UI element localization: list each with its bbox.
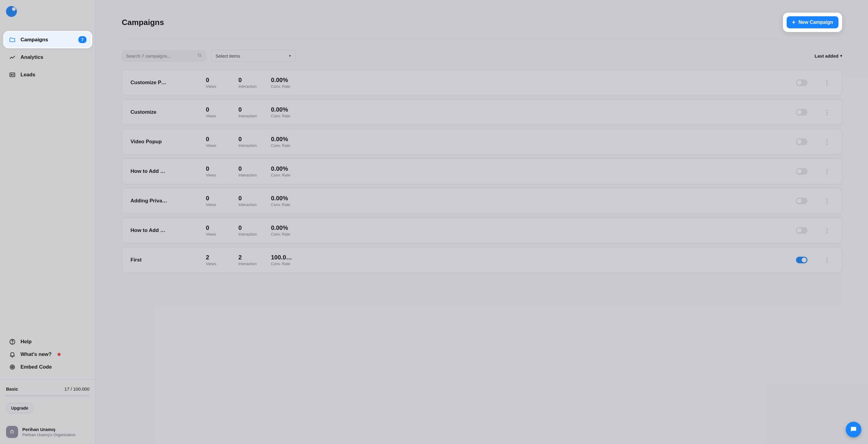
campaigns-count-badge: 7 [79, 36, 87, 43]
conv-label: Conv. Rate [271, 202, 322, 207]
views-label: Views [206, 84, 239, 89]
status-toggle[interactable] [796, 139, 807, 145]
sidebar: Campaigns 7 Analytics Leads [0, 0, 96, 444]
logo[interactable] [0, 0, 96, 32]
conv-value: 0.00% [271, 77, 322, 84]
user-name: Perihan Uramış [22, 427, 76, 432]
plan-name: Basic [6, 386, 18, 391]
user-section[interactable]: Perihan Uramış Perihan Uramış's Organiza… [0, 420, 96, 444]
select-items-dropdown[interactable]: Select items ▾ [211, 50, 296, 62]
sidebar-item-label: Campaigns [21, 37, 48, 43]
status-toggle[interactable] [796, 257, 807, 263]
views-value: 2 [206, 254, 239, 261]
more-menu-button[interactable]: ⋮ [823, 197, 831, 205]
more-menu-button[interactable]: ⋮ [823, 256, 831, 264]
sidebar-item-label: Analytics [21, 54, 43, 60]
conv-value: 0.00% [271, 165, 322, 172]
analytics-icon [9, 54, 16, 61]
interaction-value: 0 [239, 136, 271, 143]
sidebar-item-leads[interactable]: Leads [4, 67, 91, 82]
views-label: Views [206, 143, 239, 148]
status-toggle[interactable] [796, 198, 807, 204]
campaign-row[interactable]: Video Popup 0 Views 0 Interaction 0.00% … [122, 129, 842, 155]
views-value: 0 [206, 136, 239, 143]
search-input[interactable] [126, 53, 194, 59]
more-menu-button[interactable]: ⋮ [823, 138, 831, 146]
campaign-name: How to Add … [130, 168, 206, 174]
campaign-list: Customize P… 0 Views 0 Interaction 0.00%… [122, 70, 842, 273]
interaction-label: Interaction [239, 114, 271, 118]
chevron-down-icon: ▾ [289, 54, 291, 58]
target-icon [9, 364, 16, 371]
sidebar-secondary-nav: Help What's new? Embed Code [0, 335, 96, 380]
views-value: 0 [206, 77, 239, 84]
conv-value: 100.0… [271, 254, 322, 261]
campaign-row[interactable]: How to Add … 0 Views 0 Interaction 0.00%… [122, 158, 842, 184]
status-toggle[interactable] [796, 227, 807, 234]
views-label: Views [206, 173, 239, 177]
interaction-value: 0 [239, 195, 271, 202]
help-link[interactable]: Help [4, 335, 91, 348]
page-title: Campaigns [122, 18, 164, 27]
views-value: 0 [206, 165, 239, 172]
views-value: 0 [206, 106, 239, 113]
sidebar-item-analytics[interactable]: Analytics [4, 50, 91, 65]
folder-icon [9, 36, 16, 43]
campaign-row[interactable]: How to Add … 0 Views 0 Interaction 0.00%… [122, 217, 842, 243]
campaign-name: Customize P… [130, 80, 206, 86]
link-label: Embed Code [21, 364, 52, 370]
status-toggle[interactable] [796, 79, 807, 86]
interaction-label: Interaction [239, 202, 271, 207]
chat-fab[interactable] [846, 422, 861, 437]
search-box[interactable] [122, 50, 206, 62]
new-campaign-button[interactable]: + New Campaign [786, 16, 838, 28]
conv-label: Conv. Rate [271, 114, 322, 118]
bell-icon [9, 351, 16, 358]
status-toggle[interactable] [796, 109, 807, 116]
conv-label: Conv. Rate [271, 262, 322, 266]
campaign-name: Adding Priva… [130, 198, 206, 204]
more-menu-button[interactable]: ⋮ [823, 226, 831, 235]
interaction-value: 0 [239, 225, 271, 231]
svg-point-6 [12, 367, 13, 367]
more-menu-button[interactable]: ⋮ [823, 167, 831, 176]
campaign-name: How to Add … [130, 228, 206, 233]
campaign-name: Video Popup [130, 139, 206, 145]
svg-point-3 [12, 343, 12, 343]
plan-section: Basic 17 / 100.000 Upgrade [0, 380, 96, 420]
link-label: What's new? [21, 351, 52, 357]
campaign-name: First [130, 257, 206, 263]
more-menu-button[interactable]: ⋮ [823, 79, 831, 87]
plan-usage: 17 / 100.000 [64, 386, 90, 391]
sort-label: Last added [815, 53, 838, 59]
avatar [6, 426, 18, 438]
campaign-row[interactable]: Adding Priva… 0 Views 0 Interaction 0.00… [122, 188, 842, 214]
sidebar-item-campaigns[interactable]: Campaigns 7 [4, 32, 91, 47]
sort-dropdown[interactable]: Last added ▾ [815, 53, 842, 59]
sidebar-item-label: Leads [21, 72, 35, 78]
svg-point-1 [11, 74, 12, 76]
main-content: Campaigns + New Campaign Select items ▾ [96, 0, 868, 444]
embed-code-link[interactable]: Embed Code [4, 361, 91, 374]
campaign-row[interactable]: Customize P… 0 Views 0 Interaction 0.00%… [122, 70, 842, 96]
whats-new-link[interactable]: What's new? [4, 348, 91, 361]
campaign-row[interactable]: First 2 Views 2 Interaction 100.0… Conv.… [122, 247, 842, 273]
status-toggle[interactable] [796, 168, 807, 175]
views-label: Views [206, 232, 239, 236]
upgrade-button[interactable]: Upgrade [6, 403, 33, 413]
notification-dot [58, 353, 61, 356]
campaign-row[interactable]: Customize 0 Views 0 Interaction 0.00% Co… [122, 99, 842, 125]
interaction-label: Interaction [239, 262, 271, 266]
svg-point-8 [198, 54, 200, 56]
select-label: Select items [216, 53, 240, 59]
interaction-label: Interaction [239, 173, 271, 177]
primary-nav: Campaigns 7 Analytics Leads [0, 32, 96, 335]
interaction-label: Interaction [239, 84, 271, 89]
conv-value: 0.00% [271, 195, 322, 202]
more-menu-button[interactable]: ⋮ [823, 108, 831, 116]
search-icon [197, 53, 202, 59]
help-icon [9, 338, 16, 345]
interaction-value: 0 [239, 165, 271, 172]
views-label: Views [206, 202, 239, 207]
conv-value: 0.00% [271, 106, 322, 113]
